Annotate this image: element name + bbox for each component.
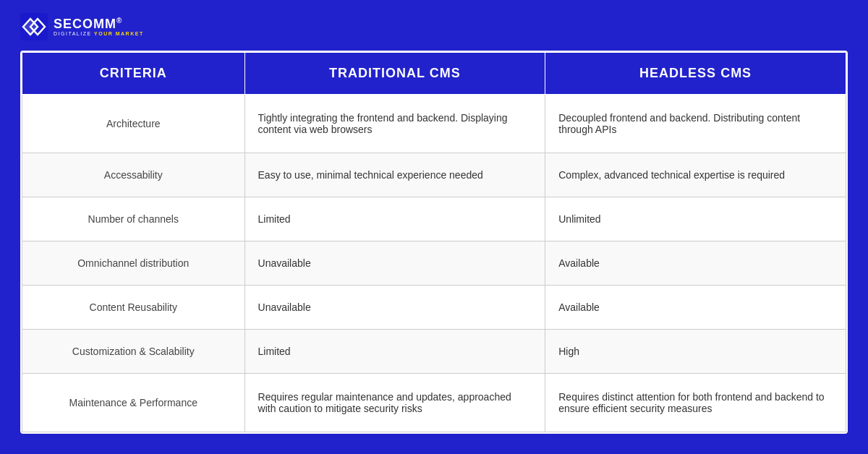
cell-headless: High (545, 330, 846, 374)
cell-traditional: Easy to use, minimal technical experienc… (244, 153, 545, 197)
header-row: CRITERIA TRADITIONAL CMS HEADLESS CMS (22, 53, 846, 95)
comparison-table: CRITERIA TRADITIONAL CMS HEADLESS CMS Ar… (22, 52, 846, 432)
comparison-table-wrapper: CRITERIA TRADITIONAL CMS HEADLESS CMS Ar… (20, 51, 848, 434)
cell-criteria: Number of channels (22, 197, 245, 241)
table-row: Content ReusabilityUnavailableAvailable (22, 285, 846, 329)
cell-traditional: Requires regular maintenance and updates… (244, 374, 545, 432)
cell-headless: Unlimited (545, 197, 846, 241)
cell-headless: Available (545, 285, 846, 329)
cell-headless: Decoupled frontend and backend. Distribu… (545, 95, 846, 153)
logo-brand-name: SECOMM® (54, 17, 144, 30)
cell-criteria: Maintenance & Performance (22, 374, 245, 432)
cell-traditional: Tightly integrating the frontend and bac… (244, 95, 545, 153)
cell-headless: Requires distinct attention for both fro… (545, 374, 846, 432)
cell-criteria: Content Reusability (22, 285, 245, 329)
cell-criteria: Accessability (22, 153, 245, 197)
header-traditional-cms: TRADITIONAL CMS (244, 53, 545, 95)
table-row: Number of channelsLimitedUnlimited (22, 197, 846, 241)
logo: SECOMM® DIGITALIZE YOUR MARKET (20, 13, 144, 40)
logo-tagline: DIGITALIZE YOUR MARKET (54, 31, 144, 36)
cell-criteria: Architecture (22, 95, 245, 153)
cell-traditional: Unavailable (244, 285, 545, 329)
logo-text: SECOMM® DIGITALIZE YOUR MARKET (54, 17, 144, 36)
table-header: CRITERIA TRADITIONAL CMS HEADLESS CMS (22, 53, 846, 95)
table-row: AccessabilityEasy to use, minimal techni… (22, 153, 846, 197)
cell-headless: Available (545, 241, 846, 285)
cell-criteria: Customization & Scalability (22, 330, 245, 374)
cell-traditional: Limited (244, 197, 545, 241)
secomm-logo-icon (20, 13, 48, 40)
table-row: Customization & ScalabilityLimitedHigh (22, 330, 846, 374)
table-body: ArchitectureTightly integrating the fron… (22, 95, 846, 432)
cell-traditional: Limited (244, 330, 545, 374)
cell-headless: Complex, advanced technical expertise is… (545, 153, 846, 197)
table-row: Maintenance & PerformanceRequires regula… (22, 374, 846, 432)
header-headless-cms: HEADLESS CMS (545, 53, 846, 95)
cell-criteria: Omnichannel distribution (22, 241, 245, 285)
table-row: Omnichannel distributionUnavailableAvail… (22, 241, 846, 285)
cell-traditional: Unavailable (244, 241, 545, 285)
header-criteria: CRITERIA (22, 53, 245, 95)
table-row: ArchitectureTightly integrating the fron… (22, 95, 846, 153)
